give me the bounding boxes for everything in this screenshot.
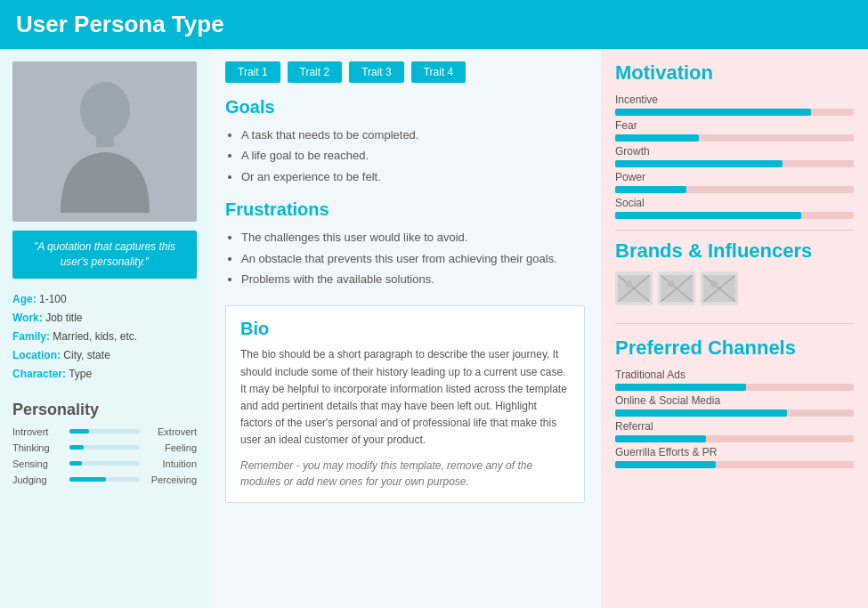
motivation-bar-label-4: Social <box>615 197 854 209</box>
quote-box: "A quotation that captures this user's p… <box>12 231 197 279</box>
frustration-item-0: The challenges this user would like to a… <box>241 227 585 247</box>
motivation-bar-fill-4 <box>615 212 801 219</box>
frustration-item-2: Problems with the available solutions. <box>241 269 585 289</box>
goals-title: Goals <box>225 97 585 118</box>
svg-rect-1 <box>96 134 114 147</box>
slider-fill-3 <box>69 477 106 482</box>
motivation-bar-label-1: Fear <box>615 119 854 132</box>
bio-text: The bio should be a short paragraph to d… <box>240 346 570 449</box>
frustrations-title: Frustrations <box>225 199 585 220</box>
personality-title: Personality <box>12 401 197 419</box>
age-label: Age: <box>12 293 37 305</box>
channel-bar-track-2 <box>615 435 854 442</box>
preferred-channels-section: Preferred Channels Traditional Ads Onlin… <box>615 336 854 470</box>
motivation-bar-4: Social <box>615 197 854 219</box>
character-value: Type <box>69 368 92 380</box>
brands-title: Brands & Influencers <box>615 239 854 263</box>
motivation-bar-track-4 <box>615 212 854 219</box>
personality-sliders: Introvert Extrovert Thinking Feeling Sen… <box>12 426 197 485</box>
motivation-bar-1: Fear <box>615 119 854 142</box>
goal-item-1: A life goal to be reached. <box>241 145 585 166</box>
goals-list: A task that needs to be completed.A life… <box>241 125 585 187</box>
divider-2 <box>615 323 854 324</box>
info-family: Family: Married, kids, etc. <box>12 328 197 345</box>
trait-button-0[interactable]: Trait 1 <box>225 61 280 83</box>
trait-button-1[interactable]: Trait 2 <box>288 61 343 83</box>
motivation-bar-track-1 <box>615 134 854 142</box>
slider-fill-2 <box>69 461 82 466</box>
channel-bar-track-1 <box>615 409 854 417</box>
goals-section: Goals A task that needs to be completed.… <box>225 97 585 187</box>
left-column: "A quotation that captures this user's p… <box>0 49 209 608</box>
brand-icon-1 <box>658 272 695 305</box>
channel-bar-label-2: Referral <box>615 420 854 433</box>
slider-track-3 <box>69 477 140 482</box>
motivation-bar-label-2: Growth <box>615 145 854 158</box>
avatar-silhouette <box>52 70 158 213</box>
work-label: Work: <box>12 312 43 324</box>
channel-bar-fill-0 <box>615 384 746 391</box>
motivation-section: Motivation Incentive Fear Growth Power S… <box>615 61 854 221</box>
motivation-bar-fill-1 <box>615 134 699 142</box>
frustrations-section: Frustrations The challenges this user wo… <box>225 199 585 289</box>
channel-bar-label-0: Traditional Ads <box>615 369 854 381</box>
character-label: Character: <box>12 368 66 380</box>
channel-bar-3: Guerrilla Efforts & PR <box>615 446 854 468</box>
motivation-bar-fill-2 <box>615 160 783 167</box>
channels-title: Preferred Channels <box>615 336 854 360</box>
svg-point-0 <box>80 82 130 139</box>
personality-slider-row: Thinking Feeling <box>12 442 197 453</box>
family-label: Family: <box>12 330 50 343</box>
slider-label-right-0: Extrovert <box>145 426 197 437</box>
channel-bar-1: Online & Social Media <box>615 394 854 417</box>
motivation-bar-fill-3 <box>615 186 686 193</box>
channel-bar-fill-3 <box>615 461 716 468</box>
motivation-bar-track-0 <box>615 109 854 116</box>
info-character: Character: Type <box>12 366 197 382</box>
middle-column: Trait 1Trait 2Trait 3Trait 4 Goals A tas… <box>209 49 601 608</box>
slider-label-left-2: Sensing <box>12 458 64 469</box>
slider-label-right-2: Intuition <box>145 458 197 469</box>
quote-text: "A quotation that captures this user's p… <box>34 240 175 268</box>
goal-item-2: Or an experience to be felt. <box>241 166 585 187</box>
main-content: "A quotation that captures this user's p… <box>0 49 868 608</box>
svg-point-13 <box>710 280 718 288</box>
slider-track-2 <box>69 461 140 466</box>
slider-label-left-3: Judging <box>12 474 64 485</box>
channel-bar-label-3: Guerrilla Efforts & PR <box>615 446 854 458</box>
location-label: Location: <box>12 349 61 361</box>
motivation-bar-0: Incentive <box>615 93 854 116</box>
slider-label-right-3: Perceiving <box>145 474 197 485</box>
bio-section: Bio The bio should be a short paragraph … <box>225 305 585 503</box>
channel-bar-0: Traditional Ads <box>615 369 854 391</box>
slider-track-1 <box>69 445 140 450</box>
slider-label-left-0: Introvert <box>12 426 64 437</box>
channel-bar-fill-2 <box>615 435 706 442</box>
trait-button-3[interactable]: Trait 4 <box>411 61 466 83</box>
motivation-bar-track-2 <box>615 160 854 167</box>
motivation-bar-2: Growth <box>615 145 854 167</box>
channels-bars: Traditional Ads Online & Social Media Re… <box>615 369 854 468</box>
trait-button-2[interactable]: Trait 3 <box>349 61 404 83</box>
location-value: City, state <box>63 349 110 361</box>
motivation-title: Motivation <box>615 61 854 85</box>
personality-slider-row: Introvert Extrovert <box>12 426 197 437</box>
family-value: Married, kids, etc. <box>53 330 137 343</box>
brand-icons-row <box>615 272 854 305</box>
channel-bar-track-3 <box>615 461 854 468</box>
channel-bar-fill-1 <box>615 409 787 417</box>
info-work: Work: Job title <box>12 310 197 326</box>
motivation-bars: Incentive Fear Growth Power Social <box>615 93 854 219</box>
motivation-bar-3: Power <box>615 171 854 193</box>
svg-point-9 <box>668 280 675 288</box>
brand-icon-0 <box>615 272 653 305</box>
channel-bar-track-0 <box>615 384 854 391</box>
personality-slider-row: Sensing Intuition <box>12 458 197 469</box>
traits-row: Trait 1Trait 2Trait 3Trait 4 <box>225 61 585 83</box>
bio-italic: Remember - you may modify this template,… <box>240 458 570 490</box>
page-header: User Persona Type <box>0 0 868 49</box>
age-value: 1-100 <box>39 293 67 305</box>
slider-track-0 <box>69 429 140 434</box>
slider-label-left-1: Thinking <box>12 442 64 453</box>
work-value: Job title <box>45 312 82 324</box>
